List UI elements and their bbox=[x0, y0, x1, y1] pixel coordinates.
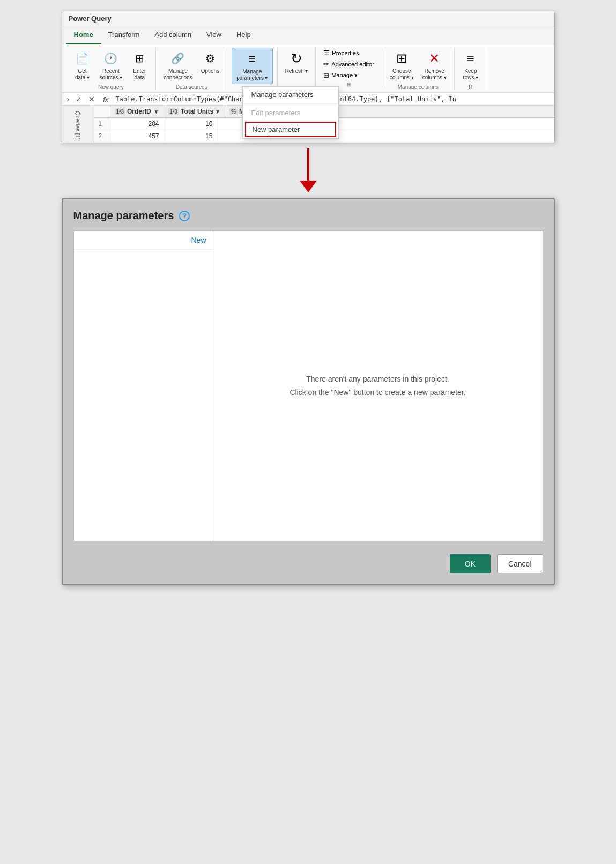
dialog-footer: OK Cancel bbox=[73, 550, 543, 573]
manage-parameters-label: Manageparameters ▾ bbox=[236, 69, 268, 81]
properties-label: Properties bbox=[332, 50, 359, 56]
recent-sources-icon: 🕐 bbox=[102, 50, 120, 67]
dropdown-item-edit-parameters: Edit parameters bbox=[243, 105, 338, 121]
manage-connections-icon: 🔗 bbox=[169, 50, 187, 67]
advanced-editor-icon: ✏ bbox=[323, 60, 329, 68]
cell-totalunits-1: 10 bbox=[164, 118, 218, 130]
params-list-items bbox=[74, 250, 213, 541]
formula-cancel-button[interactable]: ✕ bbox=[87, 95, 97, 103]
new-parameter-link[interactable]: New bbox=[191, 236, 206, 244]
arrow-head bbox=[300, 181, 317, 192]
manage-columns-buttons: ⊞ Choosecolumns ▾ ✕ Removecolumns ▾ bbox=[387, 48, 450, 83]
margin-type-icon: % bbox=[229, 108, 238, 115]
tab-transform[interactable]: Transform bbox=[101, 26, 147, 44]
ribbon-group-refresh: ↻ Refresh ▾ bbox=[278, 48, 316, 86]
totalunits-filter-icon[interactable]: ▼ bbox=[215, 109, 220, 115]
new-query-buttons: 📄 Getdata ▾ 🕐 Recentsources ▾ ⊞ Enterdat… bbox=[71, 48, 152, 83]
ribbon-group-query: ☰ Properties ✏ Advanced editor ⊞ Manage … bbox=[316, 48, 382, 87]
refresh-icon: ↻ bbox=[288, 50, 305, 67]
refresh-button[interactable]: ↻ Refresh ▾ bbox=[282, 48, 311, 77]
cell-orderid-2: 457 bbox=[110, 130, 164, 142]
cell-totalunits-2: 15 bbox=[164, 130, 218, 142]
manage-parameters-button[interactable]: ≡ Manageparameters ▾ bbox=[232, 48, 272, 84]
empty-message-line2: Click on the "New" button to create a ne… bbox=[290, 386, 465, 399]
power-query-window: Power Query Home Transform Add column Vi… bbox=[62, 11, 555, 143]
advanced-editor-button[interactable]: ✏ Advanced editor bbox=[320, 59, 377, 69]
manage-button[interactable]: ⊞ Manage ▾ bbox=[320, 70, 377, 80]
grid-row-num-header bbox=[94, 106, 110, 117]
get-data-icon: 📄 bbox=[74, 50, 91, 67]
keep-rows-icon: ≡ bbox=[462, 50, 479, 67]
keep-rows-button[interactable]: ≡ Keeprows ▾ bbox=[459, 48, 483, 83]
query-small-buttons: ☰ Properties ✏ Advanced editor ⊞ Manage … bbox=[320, 48, 377, 80]
totalunits-type-icon: 1²3 bbox=[168, 108, 179, 115]
row-num-1: 1 bbox=[94, 118, 110, 130]
remove-columns-label: Removecolumns ▾ bbox=[422, 68, 447, 81]
get-data-label: Getdata ▾ bbox=[75, 68, 90, 81]
choose-columns-icon: ⊞ bbox=[393, 50, 410, 67]
options-label: Options bbox=[201, 68, 219, 75]
enter-data-icon: ⊞ bbox=[131, 50, 148, 67]
arrow-line bbox=[307, 148, 309, 181]
choose-columns-button[interactable]: ⊞ Choosecolumns ▾ bbox=[387, 48, 417, 83]
orderid-filter-icon[interactable]: ▼ bbox=[154, 109, 159, 115]
cancel-button[interactable]: Cancel bbox=[497, 554, 543, 573]
manage-icon: ⊞ bbox=[323, 71, 329, 79]
fx-label: fx bbox=[100, 95, 112, 103]
manage-parameters-dialog: Manage parameters ? New There aren't any… bbox=[62, 198, 555, 585]
manage-connections-button[interactable]: 🔗 Manageconnections bbox=[160, 48, 195, 83]
title-bar: Power Query bbox=[62, 11, 554, 26]
manage-connections-label: Manageconnections bbox=[164, 68, 192, 81]
recent-sources-button[interactable]: 🕐 Recentsources ▾ bbox=[97, 48, 126, 83]
keep-rows-group-label: R bbox=[459, 84, 483, 90]
ribbon-group-keep-rows: ≡ Keeprows ▾ R bbox=[455, 48, 487, 90]
manage-parameters-icon: ≡ bbox=[243, 50, 261, 68]
totalunits-col-label: Total Units bbox=[181, 108, 213, 115]
tab-help[interactable]: Help bbox=[229, 26, 258, 44]
app-title: Power Query bbox=[69, 14, 112, 23]
dropdown-item-new-parameter[interactable]: New parameter bbox=[246, 123, 335, 136]
advanced-editor-label: Advanced editor bbox=[331, 61, 374, 68]
flow-arrow bbox=[300, 148, 317, 192]
enter-data-button[interactable]: ⊞ Enterdata bbox=[128, 48, 151, 83]
params-detail-panel: There aren't any parameters in this proj… bbox=[213, 231, 543, 541]
formula-check-button[interactable]: ✓ bbox=[74, 95, 84, 103]
remove-columns-icon: ✕ bbox=[426, 50, 443, 67]
queries-panel: Queries [1] bbox=[62, 106, 94, 143]
options-button[interactable]: ⚙ Options bbox=[198, 48, 222, 77]
properties-icon: ☰ bbox=[323, 49, 330, 57]
orderid-col-label: OrderID bbox=[127, 108, 151, 115]
dialog-title: Manage parameters bbox=[73, 210, 174, 222]
ok-button[interactable]: OK bbox=[450, 554, 491, 573]
grid-col-header-totalunits[interactable]: 1²3 Total Units ▼ bbox=[164, 106, 225, 117]
empty-message-line1: There aren't any parameters in this proj… bbox=[306, 373, 449, 386]
ribbon-group-new-query: 📄 Getdata ▾ 🕐 Recentsources ▾ ⊞ Enterdat… bbox=[66, 48, 157, 90]
remove-columns-button[interactable]: ✕ Removecolumns ▾ bbox=[419, 48, 450, 83]
queries-label: Queries [1] bbox=[75, 111, 81, 140]
ribbon-tabs: Home Transform Add column View Help bbox=[62, 26, 554, 44]
enter-data-label: Enterdata bbox=[133, 68, 146, 81]
tab-add-column[interactable]: Add column bbox=[147, 26, 199, 44]
grid-col-header-orderid[interactable]: 1²3 OrderID ▼ bbox=[110, 106, 164, 117]
keep-rows-buttons: ≡ Keeprows ▾ bbox=[459, 48, 483, 83]
manage-columns-label: Manage columns bbox=[387, 84, 450, 90]
tab-home[interactable]: Home bbox=[66, 26, 101, 44]
ribbon-group-manage-params: ≡ Manageparameters ▾ bbox=[227, 48, 277, 86]
ribbon-group-data-sources: 🔗 Manageconnections ⚙ Options Data sourc… bbox=[156, 48, 227, 90]
ribbon-group-manage-columns: ⊞ Choosecolumns ▾ ✕ Removecolumns ▾ Mana… bbox=[382, 48, 455, 90]
dropdown-item-manage-parameters[interactable]: Manage parameters bbox=[243, 87, 338, 102]
recent-sources-label: Recentsources ▾ bbox=[100, 68, 123, 81]
orderid-type-icon: 1²3 bbox=[115, 108, 125, 115]
get-data-button[interactable]: 📄 Getdata ▾ bbox=[71, 48, 94, 83]
tab-view[interactable]: View bbox=[199, 26, 229, 44]
new-parameter-highlight: New parameter bbox=[245, 122, 336, 137]
keep-rows-label: Keeprows ▾ bbox=[463, 68, 478, 81]
ribbon-body: 📄 Getdata ▾ 🕐 Recentsources ▾ ⊞ Enterdat… bbox=[62, 44, 554, 93]
properties-button[interactable]: ☰ Properties bbox=[320, 48, 377, 58]
help-icon[interactable]: ? bbox=[179, 211, 190, 221]
refresh-buttons: ↻ Refresh ▾ bbox=[282, 48, 311, 85]
formula-back-button[interactable]: › bbox=[65, 95, 71, 103]
choose-columns-label: Choosecolumns ▾ bbox=[390, 68, 414, 81]
row-num-2: 2 bbox=[94, 130, 110, 142]
new-query-label: New query bbox=[71, 84, 152, 90]
